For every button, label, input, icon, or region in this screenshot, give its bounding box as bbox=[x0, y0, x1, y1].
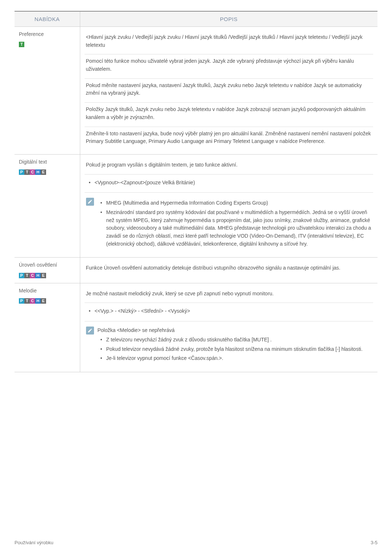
badge-p-icon: P bbox=[19, 298, 24, 304]
menu-title: Úroveň osvětlení bbox=[19, 261, 75, 269]
desc-block: <Hlavní jazyk zvuku / Vedlejší jazyk zvu… bbox=[85, 30, 373, 54]
badge-row: T bbox=[19, 41, 75, 49]
menu-table: NABÍDKA POPIS PreferenceT<Hlavní jazyk z… bbox=[15, 11, 377, 372]
footer-right: 3-5 bbox=[371, 540, 377, 545]
desc-block: <Vypnout>-<Zapnout>(pouze Velká Británie… bbox=[85, 175, 373, 193]
menu-title: Melodie bbox=[19, 287, 75, 295]
desc-paragraph: Funkce Úroveň osvětlení automaticky dete… bbox=[86, 264, 372, 272]
desc-block: Funkce Úroveň osvětlení automaticky dete… bbox=[85, 261, 373, 277]
menu-cell: Digitální textPTCHE bbox=[15, 154, 80, 258]
desc-paragraph: <Hlavní jazyk zvuku / Vedlejší jazyk zvu… bbox=[86, 33, 372, 49]
desc-block: <<Vyp.> - <Nízký> - <Střední> - <Vysoký> bbox=[85, 303, 373, 321]
list-item: Z televizoru nevychází žádný zvuk z důvo… bbox=[100, 336, 372, 344]
badge-row: PTCHE bbox=[19, 297, 75, 305]
badge-c-icon: C bbox=[30, 169, 35, 175]
desc-block: Pomocí této funkce mohou uživatelé vybra… bbox=[85, 54, 373, 78]
desc-block: Je možné nastavit melodický zvuk, který … bbox=[85, 287, 373, 303]
desc-block: Změníte-li toto nastavení jazyka, bude n… bbox=[85, 127, 373, 151]
badge-t-icon: T bbox=[24, 169, 30, 175]
desc-block: Položky Jazyk titulků, Jazyk zvuku nebo … bbox=[85, 103, 373, 127]
desc-block: MHEG (Multimedia and Hypermedia Informat… bbox=[85, 193, 373, 254]
badge-e-icon: E bbox=[41, 298, 46, 304]
table-row: Úroveň osvětleníPTCHEFunkce Úroveň osvět… bbox=[15, 258, 377, 283]
bullet-list: MHEG (Multimedia and Hypermedia Informat… bbox=[98, 199, 372, 248]
list-item: Je-li televizor vypnut pomocí funkce <Ča… bbox=[100, 354, 372, 362]
badge-p-icon: P bbox=[19, 169, 24, 175]
table-header-row: NABÍDKA POPIS bbox=[15, 11, 377, 27]
note-box: Položka <Melodie> se nepřehráváZ televiz… bbox=[86, 324, 372, 364]
table-row: MelodiePTCHEJe možné nastavit melodický … bbox=[15, 283, 377, 372]
desc-paragraph: Je možné nastavit melodický zvuk, který … bbox=[86, 290, 372, 298]
note-pencil-icon bbox=[86, 327, 94, 335]
menu-cell: PreferenceT bbox=[15, 27, 80, 155]
badge-e-icon: E bbox=[41, 169, 46, 175]
bullet-list: <<Vyp.> - <Nízký> - <Střední> - <Vysoký> bbox=[86, 307, 372, 315]
header-desc: POPIS bbox=[80, 11, 377, 27]
list-item: Mezinárodní standard pro systémy kódován… bbox=[100, 209, 372, 248]
bullet-list: Z televizoru nevychází žádný zvuk z důvo… bbox=[98, 336, 372, 362]
menu-title: Preference bbox=[19, 30, 75, 38]
desc-cell: <Hlavní jazyk zvuku / Vedlejší jazyk zvu… bbox=[80, 27, 377, 155]
desc-cell: Pokud je program vysílán s digitálním te… bbox=[80, 154, 377, 258]
desc-block: Pokud je program vysílán s digitálním te… bbox=[85, 158, 373, 175]
badge-row: PTCHE bbox=[19, 168, 75, 176]
badge-h-icon: H bbox=[35, 273, 41, 278]
menu-cell: Úroveň osvětleníPTCHE bbox=[15, 258, 80, 283]
desc-block: Položka <Melodie> se nepřehráváZ televiz… bbox=[85, 321, 373, 368]
desc-cell: Je možné nastavit melodický zvuk, který … bbox=[80, 283, 377, 372]
desc-paragraph: Položky Jazyk titulků, Jazyk zvuku nebo … bbox=[86, 106, 372, 121]
badge-c-icon: C bbox=[30, 298, 35, 304]
badge-e-icon: E bbox=[41, 273, 46, 278]
badge-h-icon: H bbox=[35, 169, 41, 175]
menu-title: Digitální text bbox=[19, 158, 75, 166]
table-row: PreferenceT<Hlavní jazyk zvuku / Vedlejš… bbox=[15, 27, 377, 155]
badge-t-icon: T bbox=[24, 298, 30, 304]
list-item: MHEG (Multimedia and Hypermedia Informat… bbox=[100, 199, 372, 207]
list-item: Pokud televizor nevydává žádné zvuky, pr… bbox=[100, 345, 372, 353]
badge-t-green-icon: T bbox=[19, 42, 24, 47]
table-row: Digitální textPTCHEPokud je program vysí… bbox=[15, 154, 377, 258]
desc-block: Pokud měníte nastavení jazyka, nastavení… bbox=[85, 79, 373, 103]
list-item: <<Vyp.> - <Nízký> - <Střední> - <Vysoký> bbox=[88, 307, 372, 315]
desc-paragraph: Pokud měníte nastavení jazyka, nastavení… bbox=[86, 82, 372, 97]
badge-c-icon: C bbox=[30, 273, 35, 278]
desc-paragraph: Pomocí této funkce mohou uživatelé vybra… bbox=[86, 57, 372, 73]
bullet-list: <Vypnout>-<Zapnout>(pouze Velká Británie… bbox=[86, 179, 372, 187]
desc-cell: Funkce Úroveň osvětlení automaticky dete… bbox=[80, 258, 377, 283]
footer-left: Používání výrobku bbox=[15, 540, 53, 545]
note-box: MHEG (Multimedia and Hypermedia Informat… bbox=[86, 196, 372, 249]
badge-h-icon: H bbox=[35, 298, 41, 304]
note-body: MHEG (Multimedia and Hypermedia Informat… bbox=[98, 198, 372, 249]
badge-row: PTCHE bbox=[19, 271, 75, 279]
note-pencil-icon bbox=[86, 198, 94, 206]
badge-p-icon: P bbox=[19, 273, 24, 278]
badge-t-icon: T bbox=[24, 273, 30, 278]
note-body: Položka <Melodie> se nepřehráváZ televiz… bbox=[98, 327, 372, 364]
page-footer: Používání výrobku 3-5 bbox=[15, 540, 377, 545]
list-item: <Vypnout>-<Zapnout>(pouze Velká Británie… bbox=[88, 179, 372, 187]
menu-cell: MelodiePTCHE bbox=[15, 283, 80, 372]
header-menu: NABÍDKA bbox=[15, 11, 80, 27]
desc-paragraph: Změníte-li toto nastavení jazyka, bude n… bbox=[86, 130, 372, 145]
note-lead-text: Položka <Melodie> se nepřehrává bbox=[98, 327, 372, 335]
desc-paragraph: Pokud je program vysílán s digitálním te… bbox=[86, 161, 372, 169]
